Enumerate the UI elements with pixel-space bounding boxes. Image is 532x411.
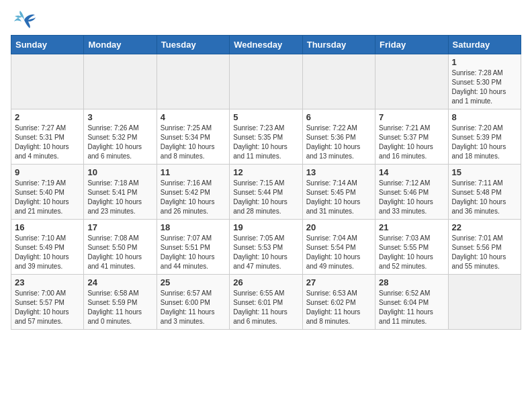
col-header-monday: Monday <box>84 36 157 54</box>
col-header-friday: Friday <box>375 36 448 54</box>
calendar-cell: 24Sunrise: 6:58 AM Sunset: 5:59 PM Dayli… <box>84 275 157 330</box>
day-number: 24 <box>87 277 152 287</box>
calendar-cell <box>230 54 302 109</box>
calendar-week-row: 16Sunrise: 7:10 AM Sunset: 5:49 PM Dayli… <box>11 220 521 275</box>
day-info: Sunrise: 7:28 AM Sunset: 5:30 PM Dayligh… <box>452 68 517 106</box>
calendar-cell: 18Sunrise: 7:07 AM Sunset: 5:51 PM Dayli… <box>157 220 229 275</box>
day-info: Sunrise: 7:16 AM Sunset: 5:42 PM Dayligh… <box>161 179 226 216</box>
logo-bird-icon <box>12 11 36 30</box>
calendar-cell: 7Sunrise: 7:21 AM Sunset: 5:37 PM Daylig… <box>375 109 448 165</box>
day-number: 8 <box>452 112 517 122</box>
day-info: Sunrise: 7:18 AM Sunset: 5:41 PM Dayligh… <box>87 179 152 216</box>
day-info: Sunrise: 7:03 AM Sunset: 5:55 PM Dayligh… <box>379 234 444 271</box>
calendar-table: SundayMondayTuesdayWednesdayThursdayFrid… <box>11 35 521 330</box>
day-number: 3 <box>87 112 152 122</box>
calendar-cell: 25Sunrise: 6:57 AM Sunset: 6:00 PM Dayli… <box>157 275 229 330</box>
calendar-cell: 11Sunrise: 7:16 AM Sunset: 5:42 PM Dayli… <box>157 165 229 220</box>
day-info: Sunrise: 7:04 AM Sunset: 5:54 PM Dayligh… <box>306 234 371 271</box>
day-info: Sunrise: 7:01 AM Sunset: 5:56 PM Dayligh… <box>452 234 517 271</box>
calendar-cell: 10Sunrise: 7:18 AM Sunset: 5:41 PM Dayli… <box>84 165 157 220</box>
day-info: Sunrise: 6:58 AM Sunset: 5:59 PM Dayligh… <box>87 289 152 326</box>
day-info: Sunrise: 7:08 AM Sunset: 5:50 PM Dayligh… <box>87 234 152 271</box>
day-info: Sunrise: 7:07 AM Sunset: 5:51 PM Dayligh… <box>161 234 226 271</box>
calendar-cell <box>302 54 375 109</box>
day-info: Sunrise: 6:52 AM Sunset: 6:04 PM Dayligh… <box>379 289 444 326</box>
col-header-saturday: Saturday <box>448 36 521 54</box>
calendar-cell <box>11 54 84 109</box>
day-number: 18 <box>161 222 226 232</box>
calendar-cell: 19Sunrise: 7:05 AM Sunset: 5:53 PM Dayli… <box>230 220 302 275</box>
day-number: 26 <box>233 277 298 287</box>
calendar-cell <box>448 275 521 330</box>
calendar-cell: 6Sunrise: 7:22 AM Sunset: 5:36 PM Daylig… <box>302 109 375 165</box>
day-number: 5 <box>233 112 298 122</box>
day-info: Sunrise: 6:57 AM Sunset: 6:00 PM Dayligh… <box>161 289 226 326</box>
calendar-cell: 9Sunrise: 7:19 AM Sunset: 5:40 PM Daylig… <box>11 165 84 220</box>
day-number: 17 <box>87 222 152 232</box>
calendar-cell: 12Sunrise: 7:15 AM Sunset: 5:44 PM Dayli… <box>230 165 302 220</box>
col-header-sunday: Sunday <box>11 36 84 54</box>
day-info: Sunrise: 7:14 AM Sunset: 5:45 PM Dayligh… <box>306 179 371 216</box>
calendar-cell: 16Sunrise: 7:10 AM Sunset: 5:49 PM Dayli… <box>11 220 84 275</box>
day-number: 14 <box>379 167 444 177</box>
day-number: 20 <box>306 222 371 232</box>
calendar-cell: 2Sunrise: 7:27 AM Sunset: 5:31 PM Daylig… <box>11 109 84 165</box>
calendar-cell: 27Sunrise: 6:53 AM Sunset: 6:02 PM Dayli… <box>302 275 375 330</box>
calendar-cell: 4Sunrise: 7:25 AM Sunset: 5:34 PM Daylig… <box>157 109 229 165</box>
day-number: 13 <box>306 167 371 177</box>
day-number: 10 <box>87 167 152 177</box>
day-number: 2 <box>15 112 80 122</box>
calendar-cell: 3Sunrise: 7:26 AM Sunset: 5:32 PM Daylig… <box>84 109 157 165</box>
calendar-cell <box>375 54 448 109</box>
day-info: Sunrise: 7:12 AM Sunset: 5:46 PM Dayligh… <box>379 179 444 216</box>
day-info: Sunrise: 7:15 AM Sunset: 5:44 PM Dayligh… <box>233 179 298 216</box>
calendar-cell: 5Sunrise: 7:23 AM Sunset: 5:35 PM Daylig… <box>230 109 302 165</box>
calendar-header-row: SundayMondayTuesdayWednesdayThursdayFrid… <box>11 36 521 54</box>
day-number: 19 <box>233 222 298 232</box>
calendar-week-row: 23Sunrise: 7:00 AM Sunset: 5:57 PM Dayli… <box>11 275 521 330</box>
day-info: Sunrise: 7:10 AM Sunset: 5:49 PM Dayligh… <box>15 234 80 271</box>
day-number: 6 <box>306 112 371 122</box>
day-number: 11 <box>161 167 226 177</box>
day-info: Sunrise: 7:11 AM Sunset: 5:48 PM Dayligh… <box>452 179 517 216</box>
day-info: Sunrise: 7:22 AM Sunset: 5:36 PM Dayligh… <box>306 124 371 161</box>
calendar-cell <box>84 54 157 109</box>
calendar-cell: 21Sunrise: 7:03 AM Sunset: 5:55 PM Dayli… <box>375 220 448 275</box>
day-info: Sunrise: 7:05 AM Sunset: 5:53 PM Dayligh… <box>233 234 298 271</box>
day-info: Sunrise: 7:00 AM Sunset: 5:57 PM Dayligh… <box>15 289 80 326</box>
calendar-cell: 20Sunrise: 7:04 AM Sunset: 5:54 PM Dayli… <box>302 220 375 275</box>
calendar-week-row: 1Sunrise: 7:28 AM Sunset: 5:30 PM Daylig… <box>11 54 521 109</box>
day-info: Sunrise: 7:20 AM Sunset: 5:39 PM Dayligh… <box>452 124 517 161</box>
calendar-cell: 22Sunrise: 7:01 AM Sunset: 5:56 PM Dayli… <box>448 220 521 275</box>
day-number: 28 <box>379 277 444 287</box>
day-number: 27 <box>306 277 371 287</box>
calendar-cell: 14Sunrise: 7:12 AM Sunset: 5:46 PM Dayli… <box>375 165 448 220</box>
day-number: 15 <box>452 167 517 177</box>
day-number: 12 <box>233 167 298 177</box>
col-header-tuesday: Tuesday <box>157 36 229 54</box>
calendar-cell: 13Sunrise: 7:14 AM Sunset: 5:45 PM Dayli… <box>302 165 375 220</box>
calendar-week-row: 9Sunrise: 7:19 AM Sunset: 5:40 PM Daylig… <box>11 165 521 220</box>
page-header <box>11 11 521 30</box>
day-number: 21 <box>379 222 444 232</box>
calendar-cell: 15Sunrise: 7:11 AM Sunset: 5:48 PM Dayli… <box>448 165 521 220</box>
day-info: Sunrise: 7:26 AM Sunset: 5:32 PM Dayligh… <box>87 124 152 161</box>
calendar-cell: 23Sunrise: 7:00 AM Sunset: 5:57 PM Dayli… <box>11 275 84 330</box>
logo <box>11 11 36 30</box>
calendar-cell: 26Sunrise: 6:55 AM Sunset: 6:01 PM Dayli… <box>230 275 302 330</box>
calendar-week-row: 2Sunrise: 7:27 AM Sunset: 5:31 PM Daylig… <box>11 109 521 165</box>
calendar-cell: 8Sunrise: 7:20 AM Sunset: 5:39 PM Daylig… <box>448 109 521 165</box>
day-number: 25 <box>161 277 226 287</box>
calendar-cell <box>157 54 229 109</box>
day-number: 16 <box>15 222 80 232</box>
col-header-wednesday: Wednesday <box>230 36 302 54</box>
day-number: 23 <box>15 277 80 287</box>
calendar-cell: 28Sunrise: 6:52 AM Sunset: 6:04 PM Dayli… <box>375 275 448 330</box>
day-info: Sunrise: 6:53 AM Sunset: 6:02 PM Dayligh… <box>306 289 371 326</box>
day-number: 22 <box>452 222 517 232</box>
day-info: Sunrise: 7:25 AM Sunset: 5:34 PM Dayligh… <box>161 124 226 161</box>
day-info: Sunrise: 7:21 AM Sunset: 5:37 PM Dayligh… <box>379 124 444 161</box>
day-number: 9 <box>15 167 80 177</box>
day-number: 7 <box>379 112 444 122</box>
day-number: 4 <box>161 112 226 122</box>
